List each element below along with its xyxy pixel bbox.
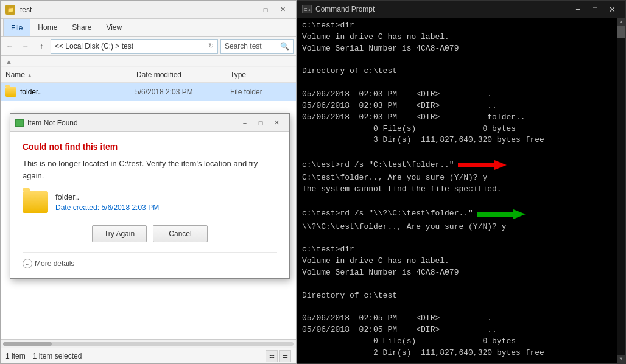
cmd-line: 0 File(s) 0 bytes	[302, 336, 612, 348]
address-bar: ← → ↑ << Local Disk (C:) > test ↻ Search…	[1, 37, 296, 56]
ribbon-tabs: File Home Share View	[1, 19, 296, 36]
dialog-body: Could not find this item This is no long…	[10, 132, 289, 278]
cmd-line: Directory of c:\test	[302, 290, 612, 302]
dialog-buttons: Try Again Cancel	[23, 225, 277, 242]
selected-count: 1 item selected	[33, 352, 82, 360]
ribbon: File Home Share View	[1, 19, 296, 37]
file-date: 5/6/2018 2:03 PM	[135, 88, 227, 96]
more-details-label: More details	[35, 259, 74, 268]
cancel-button[interactable]: Cancel	[153, 225, 208, 242]
dialog-controls: − □ ✕	[237, 117, 284, 129]
cmd-line	[302, 302, 612, 313]
close-button[interactable]: ✕	[274, 4, 291, 16]
dialog-folder-icon	[23, 191, 48, 213]
scroll-track	[3, 342, 294, 346]
cmd-line: C:\test\folder.., Are you sure (Y/N)? y	[302, 172, 612, 184]
scroll-thumb	[3, 342, 52, 346]
cmd-minimize-button[interactable]: −	[569, 3, 586, 15]
cmd-line: The system cannot find the file specifie…	[302, 184, 612, 195]
scroll-thumb	[617, 26, 625, 38]
up-button[interactable]: ↑	[35, 40, 48, 53]
cmd-controls: − □ ✕	[569, 3, 621, 15]
list-item[interactable]: folder.. 5/6/2018 2:03 PM File folder	[1, 83, 296, 101]
cmd-line: c:\test>rd /s "\\?\C:\test\folder.."	[302, 208, 473, 220]
cmd-line	[302, 146, 612, 158]
view-toggle: ☷ ☰	[266, 350, 291, 362]
cmd-line: \\?\C:\test\folder.., Are you sure (Y/N)…	[302, 222, 612, 233]
view-details-button[interactable]: ☷	[266, 350, 278, 362]
file-explorer-title-bar: 📁 test − □ ✕	[1, 1, 296, 19]
cmd-output: c:\test>dirVolume in drive C has no labe…	[302, 20, 612, 363]
cmd-body: c:\test>dirVolume in drive C has no labe…	[297, 18, 625, 363]
dialog-file-info: folder.. Date created: 5/6/2018 2:03 PM	[55, 192, 159, 212]
address-text: << Local Disk (C:) > test	[55, 42, 133, 51]
cmd-line	[302, 195, 612, 207]
scroll-down-button[interactable]: ▼	[617, 355, 625, 363]
minimize-button[interactable]: −	[240, 4, 257, 16]
file-name: folder..	[20, 88, 132, 96]
sort-up-icon: ▲	[5, 58, 12, 65]
folder-icon	[5, 87, 16, 97]
view-list-button[interactable]: ☰	[279, 350, 291, 362]
cmd-line: c:\test>dir	[302, 244, 612, 256]
window-controls: − □ ✕	[240, 4, 291, 16]
forward-button[interactable]: →	[19, 40, 32, 53]
red-arrow-icon	[458, 158, 507, 172]
search-box[interactable]: Search test 🔍	[220, 39, 294, 54]
dialog-close-button[interactable]: ✕	[269, 117, 284, 129]
scroll-up-button[interactable]: ▲	[617, 18, 625, 26]
dialog-file-date: Date created: 5/6/2018 2:03 PM	[55, 203, 159, 212]
back-button[interactable]: ←	[3, 40, 16, 53]
dialog-maximize-button[interactable]: □	[253, 117, 269, 129]
file-type: File folder	[230, 88, 291, 96]
cmd-line: 05/06/2018 02:05 PM <DIR> ..	[302, 324, 612, 336]
dialog-error-title: Could not find this item	[23, 142, 277, 152]
cmd-title-bar: C:\ Command Prompt − □ ✕	[297, 1, 625, 18]
sort-indicator-bar: ▲	[1, 56, 296, 67]
green-arrow-icon	[477, 207, 526, 222]
cmd-icon: C:\	[302, 5, 312, 13]
tab-view[interactable]: View	[99, 19, 129, 36]
refresh-icon: ↻	[208, 42, 214, 50]
tab-home[interactable]: Home	[30, 19, 65, 36]
chevron-down-icon: ⌄	[23, 259, 32, 268]
maximize-button[interactable]: □	[257, 4, 274, 16]
scroll-track	[617, 26, 625, 355]
cmd-line	[302, 279, 612, 290]
col-name-header[interactable]: Name ▲	[5, 71, 134, 79]
col-type-header[interactable]: Type	[230, 71, 291, 79]
status-bar: 1 item 1 item selected ☷ ☰	[1, 348, 296, 363]
try-again-button[interactable]: Try Again	[92, 225, 147, 242]
cmd-line	[302, 233, 612, 245]
command-prompt-window: C:\ Command Prompt − □ ✕ c:\test>dirVolu…	[297, 0, 626, 364]
cmd-line: Volume in drive C has no label.	[302, 256, 612, 267]
cmd-line	[302, 55, 612, 66]
file-explorer-title: test	[20, 5, 237, 14]
search-icon: 🔍	[280, 42, 289, 51]
address-path[interactable]: << Local Disk (C:) > test ↻	[51, 39, 218, 54]
cmd-scrollbar[interactable]: ▲ ▼	[617, 18, 625, 363]
dialog-icon	[15, 119, 24, 127]
cmd-line: 2 Dir(s) 111,827,640,320 bytes free	[302, 348, 612, 359]
tab-share[interactable]: Share	[65, 19, 99, 36]
dialog-file-name: folder..	[55, 192, 159, 201]
tab-file[interactable]: File	[3, 19, 30, 36]
dialog-minimize-button[interactable]: −	[237, 117, 253, 129]
dialog-error-message: This is no longer located in C:\test. Ve…	[23, 158, 277, 181]
col-date-header[interactable]: Date modified	[136, 71, 228, 79]
file-explorer: 📁 test − □ ✕ File Home Share View ← → ↑ …	[0, 0, 297, 364]
cmd-line: 05/06/2018 02:05 PM <DIR> .	[302, 313, 612, 324]
cmd-line: 05/06/2018 02:03 PM <DIR> folder..	[302, 112, 612, 124]
svg-marker-1	[477, 209, 526, 219]
cmd-line: 05/06/2018 02:03 PM <DIR> .	[302, 89, 612, 100]
cmd-maximize-button[interactable]: □	[586, 3, 603, 15]
item-not-found-dialog: Item Not Found − □ ✕ Could not find this…	[10, 113, 290, 279]
cmd-line: Directory of c:\test	[302, 66, 612, 77]
cmd-close-button[interactable]: ✕	[603, 3, 621, 15]
cmd-line	[302, 77, 612, 89]
cmd-line: c:\test>rd /s "C:\test\folder.."	[302, 159, 454, 171]
horizontal-scrollbar[interactable]	[1, 339, 296, 348]
more-details-button[interactable]: ⌄ More details	[23, 252, 277, 268]
cmd-line	[302, 359, 612, 363]
search-text: Search test	[225, 42, 262, 51]
